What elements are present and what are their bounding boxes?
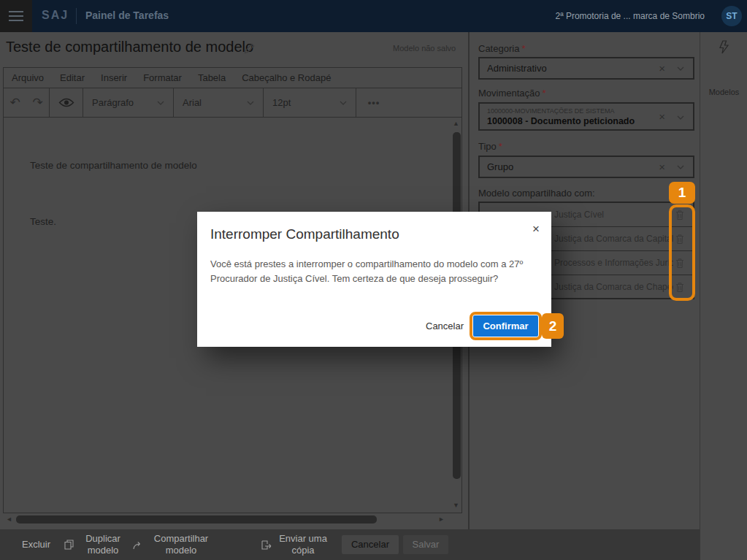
scroll-left-icon[interactable]: ◄ [6,516,12,523]
close-icon[interactable]: × [532,222,540,237]
clear-icon[interactable]: × [659,58,665,78]
chevron-down-icon [676,115,685,120]
status-badge: Modelo não salvo [393,44,456,53]
page-title: Teste de compartilhamento de modelo [6,39,253,55]
topbar-divider [76,8,77,24]
chevron-down-icon [246,100,255,106]
document-text: Teste. [30,216,56,227]
menu-cabecalho-rodape[interactable]: Cabeçalho e Rodapé [234,68,339,88]
share-icon [133,540,143,553]
footer-cancel-button[interactable]: Cancelar [342,535,399,554]
menu-editar[interactable]: Editar [52,68,93,88]
scroll-right-icon[interactable]: ► [438,516,445,523]
tipo-select[interactable]: Grupo × [478,156,694,178]
horizontal-scrollbar[interactable] [16,515,377,523]
hamburger-menu-icon[interactable] [0,0,32,32]
step-2-highlight-box [470,312,542,340]
paragraph-style-dropdown[interactable]: Parágrafo [83,88,173,117]
dialog-body-text: Você está prestes a interromper o compar… [210,257,527,285]
clear-icon[interactable]: × [659,157,665,177]
preview-eye-icon[interactable] [50,88,83,117]
movimentacao-select[interactable]: 1000000-MOVIMENTAÇÕES DE SISTEMA 1000008… [478,102,694,131]
menu-inserir[interactable]: Inserir [93,68,135,88]
chevron-down-icon [339,100,348,106]
top-bar: SAJ Painel de Tarefas 2ª Promotoria de .… [0,0,747,32]
more-options-icon[interactable]: ••• [356,88,391,117]
clear-icon[interactable]: × [659,104,665,129]
menu-formatar[interactable]: Formatar [135,68,190,88]
tipo-label: Tipo* [478,141,502,152]
duplicar-modelo-button[interactable]: Duplicar modelo [75,533,131,556]
compartilhar-modelo-button[interactable]: Compartilhar modelo [145,533,218,556]
font-family-dropdown[interactable]: Arial [174,88,263,117]
movimentacao-group: 1000000-MOVIMENTAÇÕES DE SISTEMA [487,107,614,115]
required-asterisk: * [497,141,502,152]
movimentacao-label: Movimentação* [478,88,546,99]
step-2-badge: 2 [542,313,564,339]
footer-command-bar: Excluir Duplicar modelo Compartilhar mod… [0,529,700,560]
enviar-copia-button[interactable]: Enviar uma cópia [274,533,332,556]
dialog-title: Interromper Compartilhamento [210,226,399,242]
required-asterisk: * [540,88,546,99]
duplicate-icon [64,540,74,553]
scroll-down-icon[interactable]: ▼ [453,502,459,509]
app-window: SAJ Painel de Tarefas 2ª Promotoria de .… [0,0,747,560]
excluir-button[interactable]: Excluir [22,529,50,560]
footer-save-button-disabled[interactable]: Salvar [403,535,448,554]
font-size-dropdown[interactable]: 12pt [264,88,356,117]
undo-icon[interactable]: ↶ [4,88,26,117]
editor-menubar: Arquivo Editar Inserir Formatar Tabela C… [3,67,462,88]
lightning-bolt-icon[interactable] [719,40,729,57]
right-tool-rail: Modelos [700,32,747,560]
categoria-select[interactable]: Administrativo × [478,57,694,80]
chevron-down-icon [156,100,165,106]
chevron-down-icon [676,164,685,170]
step-1-badge: 1 [669,182,695,204]
editor-toolbar: ↶ ↷ Parágrafo Arial 12pt ••• [3,88,462,118]
document-text: Teste de compartilhamento de modelo [30,160,197,171]
saj-logo: SAJ [42,9,69,22]
edit-title-icon[interactable] [244,43,255,57]
shared-with-label: Modelo compartilhado com: [478,188,595,199]
scroll-up-icon[interactable]: ▲ [453,120,459,127]
avatar[interactable]: ST [721,6,742,26]
menu-tabela[interactable]: Tabela [190,68,234,88]
app-title: Painel de Tarefas [85,9,169,21]
required-asterisk: * [519,43,525,54]
categoria-label: Categoria* [478,43,525,54]
user-context: 2ª Promotoria de ... marca de Sombrio [555,11,705,21]
dialog-cancel-button[interactable]: Cancelar [426,315,464,337]
redo-icon[interactable]: ↷ [26,88,49,117]
rail-tab-modelos[interactable]: Modelos [700,88,747,96]
step-1-highlight-box [669,204,695,301]
chevron-down-icon [676,66,685,72]
menu-arquivo[interactable]: Arquivo [4,68,52,88]
movimentacao-value: 1000008 - Documento peticionado [487,116,635,126]
send-copy-icon [261,540,272,553]
